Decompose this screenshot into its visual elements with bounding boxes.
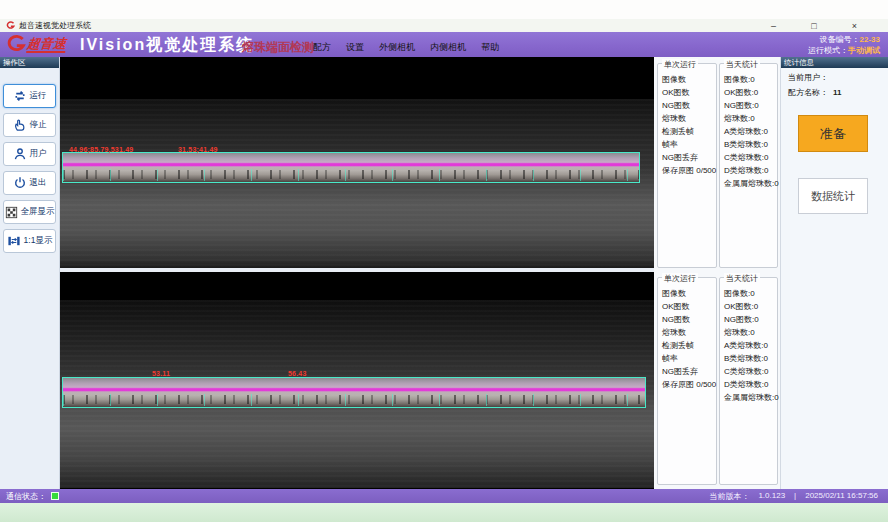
stat-row: OK图数 <box>662 300 716 313</box>
statistics-column: 单次运行 图像数 OK图数 NG图数 熔珠数 检测丢帧 帧率 NG图丢弃 保存原… <box>654 57 780 490</box>
single-run-groupbox-top: 单次运行 图像数 OK图数 NG图数 熔珠数 检测丢帧 帧率 NG图丢弃 保存原… <box>657 63 717 268</box>
desktop-background <box>0 503 888 522</box>
detection-roi-box <box>62 377 646 408</box>
run-loop-icon <box>13 89 27 103</box>
menu-item-inner-camera[interactable]: 内侧相机 <box>430 41 466 54</box>
stat-row: A类熔珠数:0 <box>724 339 777 352</box>
info-panel: 统计信息 当前用户： 配方名称：11 准备 数据统计 <box>780 57 888 490</box>
inner-camera-view: 53.11 56.43 <box>60 272 654 489</box>
stat-row: D类熔珠数:0 <box>724 164 777 177</box>
stat-row: NG图数:0 <box>724 313 777 326</box>
exit-button-label: 退出 <box>30 177 47 189</box>
groupbox-title: 当天统计 <box>724 273 760 284</box>
stat-row: 熔珠数:0 <box>724 326 777 339</box>
camera-image <box>60 99 654 268</box>
one-to-one-icon <box>7 234 21 248</box>
stat-row: NG图数 <box>662 99 716 112</box>
stat-row: 图像数 <box>662 73 716 86</box>
fullscreen-grid-icon <box>5 206 18 219</box>
stop-button[interactable]: 停止 <box>3 113 56 137</box>
stat-row: 保存原图 0/500 <box>662 378 716 391</box>
maximize-button[interactable]: □ <box>808 21 819 31</box>
measurement-annotation: 56.43 <box>288 370 307 377</box>
one-to-one-button-label: 1:1显示 <box>24 235 53 247</box>
bead-roi-marks <box>63 394 645 406</box>
run-button[interactable]: 运行 <box>3 84 56 108</box>
status-bar: 通信状态： 当前版本： 1.0.123 | 2025/02/11 16:57:5… <box>0 489 888 503</box>
app-title: IVision视觉处理系统 <box>80 35 254 56</box>
menu-item-outer-camera[interactable]: 外侧相机 <box>379 41 415 54</box>
stat-row: 金属屑熔珠数:0 <box>724 177 777 190</box>
stat-row: D类熔珠数:0 <box>724 378 777 391</box>
stat-row: C类熔珠数:0 <box>724 151 777 164</box>
stat-row: 保存原图 0/500 <box>662 164 716 177</box>
app-header: 超音速 IVision视觉处理系统 熔珠端面检测 配方 设置 外侧相机 内侧相机… <box>0 32 888 57</box>
version-value: 1.0.123 <box>758 491 785 502</box>
device-number-value: 22-33 <box>860 35 880 44</box>
os-title-bar: 超音速视觉处理系统 – □ × <box>0 19 888 32</box>
brand-logo: 超音速 <box>5 34 66 54</box>
menu-item-recipe[interactable]: 配方 <box>313 41 331 54</box>
data-statistics-button[interactable]: 数据统计 <box>798 178 868 214</box>
stat-row: 帧率 <box>662 138 716 151</box>
stat-row: 检测丢帧 <box>662 339 716 352</box>
stat-row: A类熔珠数:0 <box>724 125 777 138</box>
stat-row: NG图丢弃 <box>662 151 716 164</box>
stat-row: B类熔珠数:0 <box>724 138 777 151</box>
comm-status-label: 通信状态： <box>0 491 46 502</box>
info-panel-title: 统计信息 <box>781 57 888 68</box>
version-label: 当前版本： <box>709 491 749 502</box>
user-button-label: 用户 <box>30 148 47 160</box>
status-datetime: 2025/02/11 16:57:56 <box>805 491 878 502</box>
prepare-button[interactable]: 准备 <box>798 115 868 152</box>
current-user-label: 当前用户： <box>788 73 828 82</box>
stat-row: NG图数:0 <box>724 99 777 112</box>
outer-camera-view: 44.96;85.79,531.49 31.53;41.49 <box>60 57 654 268</box>
stat-row: 熔珠数:0 <box>724 112 777 125</box>
stat-row: NG图丢弃 <box>662 365 716 378</box>
single-run-groupbox-bottom: 单次运行 图像数 OK图数 NG图数 熔珠数 检测丢帧 帧率 NG图丢弃 保存原… <box>657 277 717 485</box>
one-to-one-button[interactable]: 1:1显示 <box>3 229 56 253</box>
window-title: 超音速视觉处理系统 <box>19 20 91 31</box>
run-mode-value: 手动调试 <box>848 46 880 55</box>
measurement-annotation: 31.53;41.49 <box>178 146 218 153</box>
exit-button[interactable]: 退出 <box>3 171 56 195</box>
run-button-label: 运行 <box>30 90 47 102</box>
stat-row: 检测丢帧 <box>662 125 716 138</box>
fullscreen-button[interactable]: 全屏显示 <box>3 200 56 224</box>
close-button[interactable]: × <box>849 21 860 31</box>
power-icon <box>13 176 27 190</box>
stop-button-label: 停止 <box>30 119 47 131</box>
minimize-button[interactable]: – <box>768 21 779 31</box>
user-button[interactable]: 用户 <box>3 142 56 166</box>
measurement-annotation: 53.11 <box>152 370 170 377</box>
today-stats-groupbox-top: 当天统计 图像数:0 OK图数:0 NG图数:0 熔珠数:0 A类熔珠数:0 B… <box>719 63 778 268</box>
comm-status-indicator <box>51 492 59 500</box>
stat-row: 图像数 <box>662 287 716 300</box>
stat-row: B类熔珠数:0 <box>724 352 777 365</box>
groupbox-title: 单次运行 <box>662 273 698 284</box>
detection-roi-box <box>62 152 640 183</box>
device-info: 设备编号：22-33 运行模式：手动调试 <box>808 34 880 56</box>
menu-bar: 配方 设置 外侧相机 内侧相机 帮助 <box>313 41 499 54</box>
device-number-label: 设备编号： <box>820 35 860 44</box>
stat-row: C类熔珠数:0 <box>724 365 777 378</box>
stat-row: 金属屑熔珠数:0 <box>724 391 777 404</box>
app-window: 超音速视觉处理系统 – □ × 超音速 IVision视觉处理系统 熔珠端面检测… <box>0 0 888 522</box>
app-logo-icon <box>6 21 15 30</box>
brand-logo-text: 超音速 <box>26 36 67 53</box>
user-icon <box>13 147 27 161</box>
stat-row: OK图数:0 <box>724 86 777 99</box>
stat-row: 图像数:0 <box>724 73 777 86</box>
menu-item-settings[interactable]: 设置 <box>346 41 364 54</box>
operation-sidebar: 操作区 运行 停止 用户 <box>0 57 60 490</box>
run-mode-label: 运行模式： <box>808 46 848 55</box>
stat-row: OK图数 <box>662 86 716 99</box>
stop-hand-icon <box>13 118 27 132</box>
menu-item-help[interactable]: 帮助 <box>481 41 499 54</box>
measurement-annotation: 44.96;85.79,531.49 <box>69 146 133 153</box>
sidebar-title: 操作区 <box>0 57 59 68</box>
recipe-name-label: 配方名称： <box>788 88 828 97</box>
stat-row: 熔珠数 <box>662 112 716 125</box>
brand-swoosh-icon <box>5 34 27 54</box>
